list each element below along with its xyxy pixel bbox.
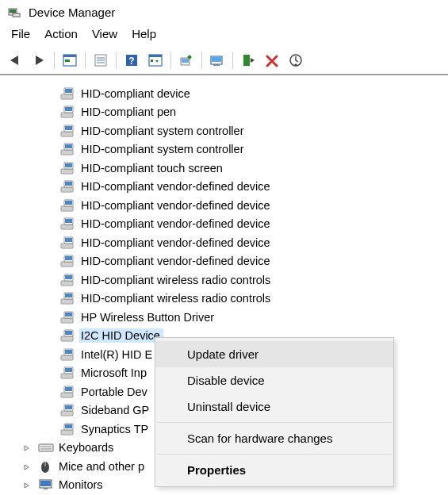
- svg-rect-47: [61, 187, 73, 192]
- hid-device-icon: [60, 124, 76, 138]
- toolbar: ?: [0, 47, 448, 75]
- hid-device-icon: [60, 198, 76, 213]
- uninstall-button[interactable]: [261, 50, 283, 71]
- expand-arrow-icon[interactable]: [22, 443, 32, 453]
- svg-rect-16: [182, 59, 189, 63]
- device-item[interactable]: HID-compliant vendor-defined device: [0, 252, 448, 271]
- context-menu-separator: [157, 454, 392, 455]
- svg-rect-51: [65, 182, 72, 186]
- device-item[interactable]: HID-compliant pen: [0, 103, 448, 122]
- svg-rect-26: [65, 89, 72, 93]
- svg-rect-102: [61, 393, 73, 397]
- hid-device-icon: [60, 328, 76, 343]
- toolbar-separator: [170, 52, 171, 69]
- monitors-icon: [38, 478, 54, 492]
- properties-sheet-button[interactable]: [90, 50, 112, 71]
- device-label: HID-compliant wireless radio controls: [81, 292, 270, 305]
- scan-hardware-button[interactable]: [285, 50, 307, 71]
- device-item[interactable]: HID-compliant system controller: [0, 121, 448, 140]
- hid-device-icon: [60, 291, 76, 305]
- device-item[interactable]: HID-compliant device: [0, 84, 448, 103]
- svg-rect-91: [65, 331, 72, 335]
- expand-arrow-icon[interactable]: [22, 481, 32, 490]
- category-label: Monitors: [59, 478, 103, 491]
- svg-rect-116: [65, 424, 72, 428]
- toolbar-separator: [201, 52, 202, 69]
- hid-device-icon: [60, 236, 76, 250]
- ctx-uninstall-device[interactable]: Uninstall device: [155, 393, 393, 420]
- menu-file[interactable]: File: [6, 25, 40, 42]
- forward-button[interactable]: [28, 50, 50, 71]
- device-label: HID-compliant system controller: [81, 125, 243, 137]
- device-label: HID-compliant vendor-defined device: [81, 236, 270, 249]
- expand-arrow-icon[interactable]: [22, 462, 32, 472]
- hid-device-icon: [60, 422, 76, 436]
- device-item[interactable]: HID-compliant system controller: [0, 140, 448, 159]
- device-item[interactable]: HID-compliant touch screen: [0, 159, 448, 178]
- device-label: Portable Dev: [81, 386, 147, 398]
- device-item[interactable]: HID-compliant vendor-defined device: [0, 178, 448, 197]
- svg-rect-4: [63, 55, 76, 57]
- ctx-scan-hardware[interactable]: Scan for hardware changes: [155, 425, 393, 451]
- context-menu: Update driver Disable device Uninstall d…: [155, 337, 394, 487]
- device-label: I2C HID Device: [79, 328, 163, 343]
- device-item[interactable]: HID-compliant vendor-defined device: [0, 196, 448, 215]
- svg-rect-18: [212, 57, 221, 62]
- help-button[interactable]: ?: [121, 50, 143, 71]
- svg-rect-87: [61, 336, 73, 341]
- ctx-properties[interactable]: Properties: [155, 457, 393, 483]
- ctx-disable-device[interactable]: Disable device: [155, 367, 393, 393]
- svg-rect-37: [61, 150, 73, 155]
- device-item[interactable]: HID-compliant vendor-defined device: [0, 233, 448, 252]
- svg-rect-46: [65, 163, 72, 167]
- category-label: Mice and other p: [59, 460, 144, 473]
- hid-device-icon: [60, 217, 76, 231]
- svg-rect-27: [61, 113, 73, 117]
- svg-rect-67: [61, 262, 73, 267]
- device-label: HP Wireless Button Driver: [81, 311, 214, 324]
- toolbar-separator: [232, 52, 233, 69]
- svg-rect-1: [10, 10, 16, 13]
- menu-help[interactable]: Help: [127, 25, 166, 42]
- hid-device-icon: [60, 179, 76, 194]
- show-hidden-button[interactable]: [59, 50, 81, 71]
- svg-rect-5: [65, 59, 70, 62]
- device-label: Microsoft Inp: [81, 366, 147, 379]
- svg-rect-77: [61, 299, 73, 304]
- update-driver-button[interactable]: [175, 50, 197, 71]
- hid-device-icon: [60, 142, 76, 156]
- scan-button[interactable]: [206, 50, 228, 71]
- svg-rect-31: [65, 107, 72, 111]
- device-item[interactable]: HID-compliant wireless radio controls: [0, 271, 448, 290]
- svg-rect-20: [243, 55, 250, 66]
- svg-rect-123: [40, 481, 51, 486]
- device-item[interactable]: HP Wireless Button Driver: [0, 308, 448, 327]
- device-item[interactable]: HID-compliant wireless radio controls: [0, 290, 448, 309]
- svg-rect-112: [61, 430, 73, 435]
- svg-rect-76: [65, 275, 72, 279]
- action-list-button[interactable]: [144, 50, 167, 71]
- svg-rect-42: [61, 169, 73, 174]
- toolbar-separator: [85, 52, 86, 69]
- device-label: HID-compliant device: [81, 87, 190, 100]
- svg-rect-81: [65, 294, 72, 297]
- enable-device-button[interactable]: [237, 50, 259, 71]
- menu-action[interactable]: Action: [40, 25, 87, 42]
- svg-rect-117: [39, 444, 53, 451]
- device-item[interactable]: HID-compliant vendor-defined device: [0, 215, 448, 234]
- svg-rect-32: [61, 132, 73, 136]
- device-label: HID-compliant system controller: [81, 143, 243, 155]
- keyboards-icon: [38, 440, 54, 455]
- svg-rect-36: [65, 126, 72, 130]
- svg-rect-82: [61, 318, 73, 323]
- svg-rect-22: [61, 94, 73, 99]
- ctx-update-driver[interactable]: Update driver: [155, 341, 393, 367]
- back-button[interactable]: [4, 50, 26, 71]
- device-label: Intel(R) HID E: [81, 348, 152, 361]
- toolbar-separator: [116, 52, 117, 69]
- titlebar: Device Manager: [0, 0, 448, 22]
- svg-rect-101: [65, 368, 72, 372]
- svg-rect-57: [61, 224, 73, 229]
- menu-view[interactable]: View: [87, 25, 127, 42]
- toolbar-separator: [54, 52, 55, 69]
